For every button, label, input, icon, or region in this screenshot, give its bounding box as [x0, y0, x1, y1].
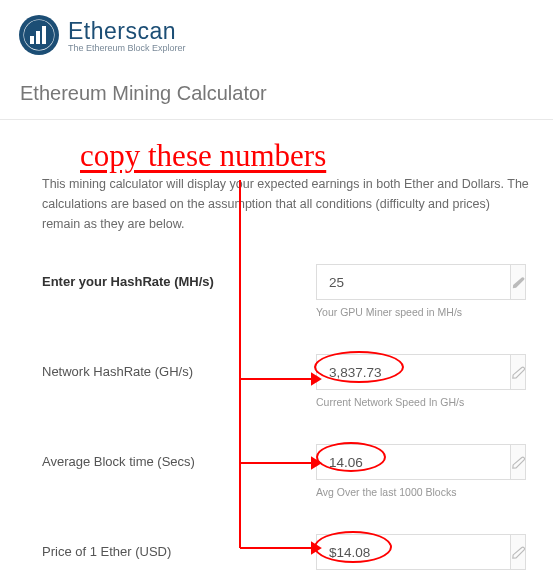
label-hashrate: Enter your HashRate (MH/s)	[42, 264, 316, 289]
site-header: Etherscan The Ethereum Block Explorer	[0, 0, 553, 66]
input-hashrate[interactable]	[316, 264, 510, 300]
edit-icon[interactable]	[510, 264, 526, 300]
helper-blocktime: Avg Over the last 1000 Blocks	[316, 486, 529, 498]
svg-rect-3	[30, 36, 34, 44]
page-title: Ethereum Mining Calculator	[20, 82, 533, 105]
label-price: Price of 1 Ether (USD)	[42, 534, 316, 559]
brand-block: Etherscan The Ethereum Block Explorer	[68, 18, 186, 53]
intro-text: This mining calculator will display your…	[42, 174, 529, 234]
input-group-hashrate	[316, 264, 526, 300]
field-network: Current Network Speed In GH/s	[316, 354, 529, 408]
input-group-blocktime	[316, 444, 526, 480]
input-group-network	[316, 354, 526, 390]
svg-rect-5	[42, 26, 46, 44]
label-network: Network HashRate (GH/s)	[42, 354, 316, 379]
label-blocktime: Average Block time (Secs)	[42, 444, 316, 469]
row-network: Network HashRate (GH/s) Current Network …	[42, 354, 529, 414]
brand-tagline: The Ethereum Block Explorer	[68, 43, 186, 53]
page-title-bar: Ethereum Mining Calculator	[0, 66, 553, 120]
helper-network: Current Network Speed In GH/s	[316, 396, 529, 408]
row-blocktime: Average Block time (Secs) Avg Over the l…	[42, 444, 529, 504]
brand-name: Etherscan	[68, 18, 186, 45]
etherscan-logo-icon	[18, 14, 60, 56]
content-area: This mining calculator will display your…	[0, 120, 553, 577]
field-price: Price of ETH on Exchanges	[316, 534, 529, 577]
helper-hashrate: Your GPU Miner speed in MH/s	[316, 306, 529, 318]
input-blocktime[interactable]	[316, 444, 510, 480]
input-network[interactable]	[316, 354, 510, 390]
input-group-price	[316, 534, 526, 570]
row-price: Price of 1 Ether (USD) Price of ETH on E…	[42, 534, 529, 577]
field-hashrate: Your GPU Miner speed in MH/s	[316, 264, 529, 318]
field-blocktime: Avg Over the last 1000 Blocks	[316, 444, 529, 498]
edit-icon[interactable]	[510, 354, 526, 390]
svg-rect-4	[36, 31, 40, 44]
input-price[interactable]	[316, 534, 510, 570]
edit-icon[interactable]	[510, 534, 526, 570]
edit-icon[interactable]	[510, 444, 526, 480]
row-hashrate: Enter your HashRate (MH/s) Your GPU Mine…	[42, 264, 529, 324]
